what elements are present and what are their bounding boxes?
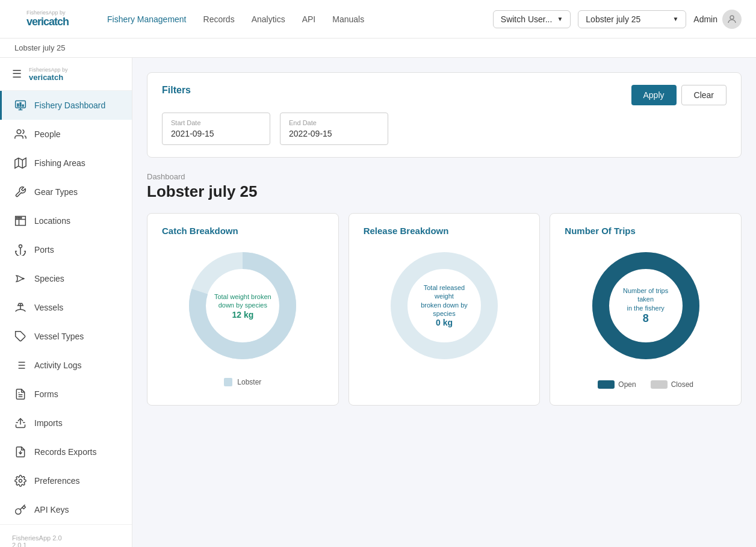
clear-button[interactable]: Clear: [681, 85, 727, 105]
admin-label: Admin: [693, 14, 717, 24]
sidebar-item-ports[interactable]: Ports: [0, 235, 132, 264]
logo-area: FisheriesApp by vericatch: [14, 8, 81, 30]
vessel-icon: [14, 301, 27, 314]
admin-area[interactable]: Admin: [693, 10, 742, 29]
footer-version-num: 2.0.1: [12, 542, 120, 547]
start-date-label: Start Date: [171, 119, 261, 126]
sidebar-item-label: Imports: [34, 418, 63, 428]
sidebar-item-label: Preferences: [34, 476, 79, 486]
fishery-selector[interactable]: Lobster july 25 ▼: [578, 10, 686, 28]
sidebar-header: ☰ FisheriesApp by vericatch: [0, 58, 132, 91]
release-breakdown-card: Release Breakdown Total released weight …: [349, 213, 541, 406]
nav-links: Fishery Management Records Analytics API…: [100, 10, 493, 29]
filters-title: Filters: [162, 85, 191, 96]
sidebar-item-gear-types[interactable]: Gear Types: [0, 178, 132, 206]
dashboard-label: Dashboard: [147, 172, 742, 181]
nav-records[interactable]: Records: [196, 10, 242, 29]
key-icon: [14, 503, 27, 516]
sidebar-item-locations[interactable]: Locations: [0, 206, 132, 235]
catch-legend-dot: [224, 378, 232, 386]
trips-legend: Open Closed: [598, 380, 693, 389]
sidebar-item-vessel-types[interactable]: Vessel Types: [0, 322, 132, 351]
sidebar-item-label: Vessels: [34, 303, 63, 312]
sidebar-item-label: People: [34, 129, 61, 139]
sidebar-item-label: Forms: [34, 389, 58, 399]
release-center-value: 0 kg: [414, 318, 474, 328]
end-date-label: End Date: [289, 119, 379, 126]
chart-icon: [14, 99, 27, 112]
sidebar-logo-brand: vericatch: [29, 73, 68, 82]
sidebar-item-fishing-areas[interactable]: Fishing Areas: [0, 149, 132, 178]
catch-donut-container: Total weight broken down by species 12 k…: [162, 246, 324, 386]
catch-center-line1: Total weight broken: [214, 292, 271, 301]
sidebar-item-label: Vessel Types: [34, 332, 84, 341]
closed-legend-label: Closed: [671, 380, 693, 389]
fishery-select-label: Lobster july 25: [586, 14, 640, 24]
fishery-select-chevron-icon: ▼: [672, 16, 678, 22]
catch-card-title: Catch Breakdown: [162, 226, 324, 236]
nav-analytics[interactable]: Analytics: [244, 10, 293, 29]
breadcrumb-text: Lobster july 25: [14, 43, 66, 52]
sidebar-item-imports[interactable]: Imports: [0, 409, 132, 437]
filter-dates: Start Date 2021-09-15 End Date 2022-09-1…: [162, 113, 727, 145]
sidebar-item-people[interactable]: People: [0, 120, 132, 149]
nav-fishery-management[interactable]: Fishery Management: [100, 10, 194, 29]
end-date-field[interactable]: End Date 2022-09-15: [280, 113, 388, 145]
gear-icon: [14, 474, 27, 487]
release-donut-chart: Total released weight broken down by spe…: [384, 246, 504, 366]
catch-center-value: 12 kg: [214, 309, 271, 319]
end-date-value: 2022-09-15: [289, 129, 379, 138]
open-legend-dot: [598, 380, 615, 389]
svg-point-14: [22, 278, 23, 279]
sidebar-item-label: Fishery Dashboard: [34, 100, 105, 110]
trips-legend-closed: Closed: [651, 380, 693, 389]
sidebar-item-label: Species: [34, 274, 64, 283]
sidebar: ☰ FisheriesApp by vericatch Fishery Dash…: [0, 58, 132, 547]
release-donut-container: Total released weight broken down by spe…: [364, 246, 525, 373]
building-icon: [14, 214, 27, 227]
sidebar-item-label: Activity Logs: [34, 360, 82, 370]
trips-donut-center: Number of trips taken in the fishery 8: [616, 286, 676, 325]
start-date-value: 2021-09-15: [171, 129, 261, 138]
app-logo: FisheriesApp by vericatch: [14, 8, 81, 30]
sidebar-item-activity-logs[interactable]: Activity Logs: [0, 351, 132, 380]
nav-api[interactable]: API: [295, 10, 323, 29]
svg-point-4: [17, 130, 21, 134]
footer-version: FisheriesApp 2.0: [12, 534, 120, 542]
sidebar-item-records-exports[interactable]: Records Exports: [0, 437, 132, 466]
sidebar-item-vessels[interactable]: Vessels: [0, 293, 132, 322]
breadcrumb: Lobster july 25: [0, 39, 756, 58]
list-icon: [14, 359, 27, 372]
svg-rect-10: [19, 217, 20, 218]
hamburger-button[interactable]: ☰: [10, 65, 24, 83]
sidebar-item-preferences[interactable]: Preferences: [0, 466, 132, 495]
avatar: [722, 10, 742, 29]
switch-user-button[interactable]: Switch User... ▼: [493, 10, 571, 28]
filters-card: Filters Apply Clear Start Date 2021-09-1…: [147, 72, 742, 158]
sidebar-item-api-keys[interactable]: API Keys: [0, 495, 132, 524]
topnav-right-area: Switch User... ▼ Lobster july 25 ▼ Admin: [493, 10, 742, 29]
filter-actions: Apply Clear: [631, 85, 727, 105]
dashboard-section: Dashboard Lobster july 25: [147, 172, 742, 201]
sidebar-item-fishery-dashboard[interactable]: Fishery Dashboard: [0, 91, 132, 120]
sidebar-footer: FisheriesApp 2.0 2.0.1 Git tag: 2.0.4: [0, 524, 132, 547]
apply-button[interactable]: Apply: [631, 85, 677, 105]
wrench-icon: [14, 185, 27, 199]
trips-donut-chart: Number of trips taken in the fishery 8: [586, 246, 706, 366]
svg-point-0: [730, 16, 734, 19]
nav-manuals[interactable]: Manuals: [325, 10, 371, 29]
sidebar-item-forms[interactable]: Forms: [0, 380, 132, 409]
top-navigation: FisheriesApp by vericatch Fishery Manage…: [0, 0, 756, 39]
anchor-icon: [14, 243, 27, 256]
tag-icon: [14, 330, 27, 343]
sidebar-item-species[interactable]: Species: [0, 264, 132, 293]
open-legend-label: Open: [618, 380, 636, 389]
map-icon: [14, 156, 27, 170]
sidebar-item-label: Locations: [34, 216, 70, 226]
trips-center-value: 8: [616, 312, 676, 325]
form-icon: [14, 388, 27, 401]
logo-brand-text: vericatch: [26, 16, 69, 28]
catch-legend-label: Lobster: [237, 378, 261, 386]
catch-breakdown-card: Catch Breakdown Total weight broken down…: [147, 213, 339, 406]
start-date-field[interactable]: Start Date 2021-09-15: [162, 113, 270, 145]
